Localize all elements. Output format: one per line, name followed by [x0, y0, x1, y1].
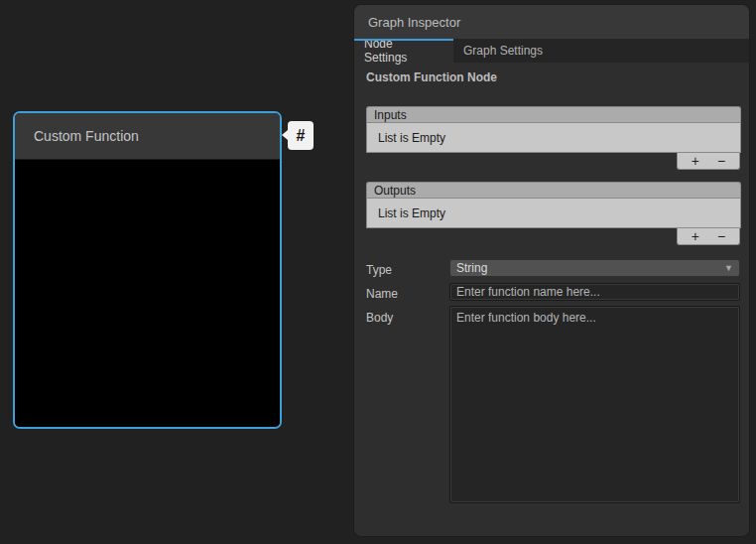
outputs-list: Outputs List is Empty + − [366, 182, 741, 245]
custom-function-node[interactable]: Custom Function [13, 111, 282, 429]
hash-icon: # [297, 127, 306, 145]
inspector-header[interactable]: Graph Inspector [354, 5, 749, 39]
tab-graph-settings-label: Graph Settings [463, 44, 543, 58]
tab-node-settings[interactable]: Node Settings [354, 39, 453, 63]
inputs-header-label: Inputs [374, 108, 407, 122]
outputs-empty-label: List is Empty [378, 206, 445, 220]
type-dropdown[interactable]: String ▼ [449, 259, 740, 277]
tab-node-settings-label: Node Settings [364, 37, 430, 65]
inputs-list: Inputs List is Empty + − [366, 106, 741, 170]
type-dropdown-value: String [456, 261, 487, 275]
inputs-add-button[interactable]: + [690, 154, 701, 168]
inspector-tabbar: Node Settings Graph Settings [354, 39, 749, 63]
inputs-list-footer: + − [677, 153, 740, 170]
name-label: Name [366, 287, 398, 301]
inputs-empty-label: List is Empty [378, 131, 445, 145]
graph-inspector-panel: Graph Inspector Node Settings Graph Sett… [353, 4, 750, 537]
inspector-title: Graph Inspector [368, 15, 460, 30]
outputs-list-header[interactable]: Outputs [366, 182, 741, 198]
custom-function-node-heading: Custom Function Node [366, 70, 497, 84]
outputs-list-footer: + − [677, 228, 740, 245]
inputs-remove-button[interactable]: − [715, 154, 727, 168]
node-preview-body [15, 160, 280, 429]
node-hash-badge[interactable]: # [288, 121, 314, 150]
node-title-bar[interactable]: Custom Function [15, 113, 280, 160]
function-name-input[interactable] [449, 283, 740, 301]
outputs-remove-button[interactable]: − [715, 229, 727, 243]
type-label: Type [366, 263, 392, 277]
outputs-header-label: Outputs [374, 184, 416, 198]
node-title-label: Custom Function [34, 128, 139, 144]
tab-graph-settings[interactable]: Graph Settings [453, 39, 567, 63]
function-body-textarea[interactable] [449, 306, 740, 503]
body-label: Body [366, 311, 393, 325]
outputs-empty-row: List is Empty [366, 198, 741, 228]
inputs-list-header[interactable]: Inputs [366, 106, 741, 122]
inputs-empty-row: List is Empty [366, 122, 741, 153]
badge-tail [282, 130, 288, 140]
chevron-down-icon: ▼ [724, 263, 733, 273]
outputs-add-button[interactable]: + [690, 229, 701, 243]
